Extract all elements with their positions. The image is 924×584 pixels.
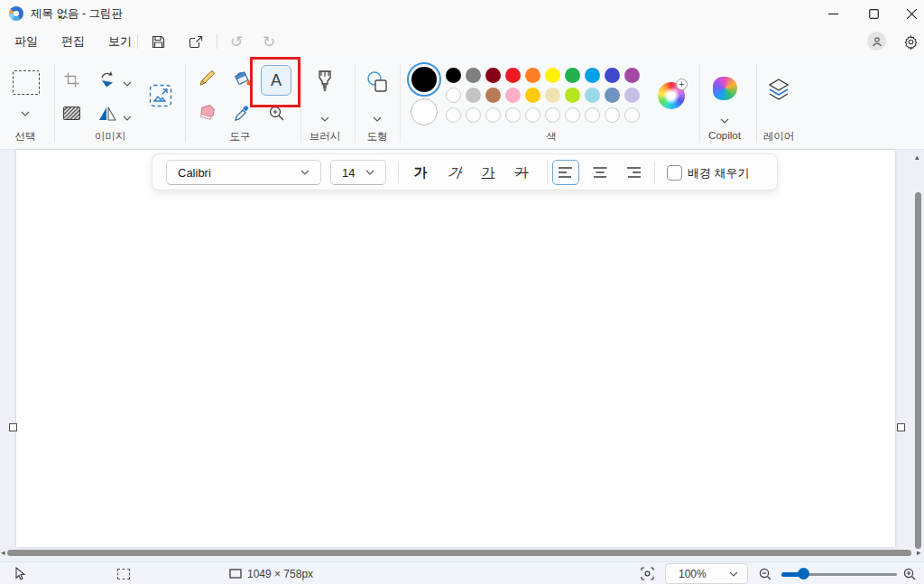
annotation-highlight-box [250,57,300,107]
menu-view[interactable]: 보기 [99,31,141,52]
color-swatch[interactable] [545,68,560,83]
horizontal-scrollbar[interactable]: ◂ ▸ [0,548,924,558]
color-swatch[interactable] [466,68,481,83]
align-right-button[interactable] [620,160,647,185]
background-fill-checkbox[interactable] [667,165,682,181]
empty-color-slot[interactable] [446,107,461,123]
empty-color-slot[interactable] [565,107,580,123]
chevron-down-icon[interactable] [320,111,329,125]
color-swatch[interactable] [505,68,521,83]
window-title: 제목 없음 - 그림판 [31,6,123,22]
chevron-down-icon[interactable] [720,113,729,126]
zoom-out-icon[interactable] [759,562,772,584]
foreground-color [411,67,437,92]
rotate-icon[interactable] [96,69,119,90]
italic-button[interactable]: 가 [439,160,470,185]
color-swatch[interactable] [466,88,481,103]
zoom-percent-value: 100% [679,568,707,580]
menu-edit[interactable]: 편집 [52,31,94,52]
empty-color-slot[interactable] [525,107,541,123]
account-icon[interactable] [867,32,886,51]
pencil-icon[interactable] [195,68,218,89]
select-tool-button[interactable] [12,69,41,96]
empty-color-slot[interactable] [505,107,521,123]
empty-color-slot[interactable] [485,107,501,123]
chevron-down-icon[interactable] [21,106,30,119]
undo-icon: ↺ [224,31,249,52]
resize-image-button[interactable] [146,81,175,110]
foreground-color-well[interactable] [407,62,441,97]
color-swatch[interactable] [446,68,461,83]
font-size-dropdown[interactable]: 14 [330,160,386,185]
scroll-left-arrow-icon[interactable]: ◂ [1,549,5,557]
color-swatch[interactable] [545,88,560,103]
underline-button[interactable]: 가 [475,160,502,185]
settings-gear-icon[interactable] [898,31,923,52]
shapes-icon[interactable] [364,69,391,96]
color-swatch[interactable] [505,88,521,103]
canvas-size-indicator: 1049 × 758px [229,562,313,584]
maximize-button[interactable] [854,0,894,27]
canvas-resize-handle-right[interactable] [897,423,905,431]
vertical-scroll-thumb[interactable] [915,192,921,549]
empty-color-slot[interactable] [466,107,481,123]
color-swatch[interactable] [585,88,600,103]
chevron-down-icon[interactable] [373,111,382,125]
canvas-resize-handle-left[interactable] [9,423,17,431]
fit-to-screen-icon[interactable] [641,562,654,584]
color-swatch[interactable] [605,68,620,83]
chevron-down-icon[interactable] [123,76,132,89]
toolbar-separator [654,162,655,183]
background-color-well[interactable] [411,98,438,125]
zoom-slider-thumb[interactable] [798,568,809,579]
flip-icon[interactable] [96,103,119,125]
chevron-down-icon[interactable] [123,110,132,124]
align-left-button[interactable] [552,160,579,185]
empty-color-slot[interactable] [545,107,560,123]
color-swatch[interactable] [565,88,580,103]
vertical-scrollbar[interactable]: ▴ [913,152,923,549]
empty-color-slot[interactable] [624,107,640,123]
scroll-right-arrow-icon[interactable]: ▸ [917,549,921,557]
save-icon[interactable] [145,31,171,52]
drawing-canvas[interactable] [16,150,895,547]
bold-button[interactable]: 가 [407,160,434,185]
edit-colors-wheel-icon[interactable]: + [658,82,685,109]
color-swatch[interactable] [565,68,580,83]
cursor-position-icon [14,562,26,584]
resize-skew-icon[interactable] [60,101,83,125]
color-swatch[interactable] [525,68,541,83]
eraser-icon[interactable] [195,102,218,124]
menu-file[interactable]: 파일 [5,31,47,52]
image-section-label: 이미지 [95,130,126,144]
color-swatch[interactable] [605,88,620,103]
scroll-up-arrow-icon[interactable]: ▴ [915,153,919,162]
color-swatch[interactable] [446,88,461,103]
share-icon[interactable] [183,31,208,52]
color-swatch[interactable] [585,68,600,83]
menubar-separator [217,34,217,49]
ribbon-separator [699,63,700,143]
font-family-dropdown[interactable]: Calibri [166,160,321,185]
color-swatch[interactable] [624,68,640,83]
color-swatch[interactable] [624,88,640,103]
color-swatch[interactable] [485,88,501,103]
layers-icon[interactable] [765,76,792,103]
color-swatch[interactable] [525,88,541,103]
empty-color-slot[interactable] [585,107,600,123]
brush-icon[interactable] [312,69,337,96]
close-button[interactable] [892,0,924,27]
color-swatch[interactable] [485,68,501,83]
ribbon-separator [185,63,186,143]
zoom-percent-dropdown[interactable]: 100% [665,563,748,584]
minimize-button[interactable] [813,0,854,27]
strikethrough-button[interactable]: 가 [508,160,535,185]
copilot-icon[interactable] [713,77,737,100]
workspace: ◂ ▸ ▴ [0,150,924,561]
align-center-button[interactable] [587,160,614,185]
paint-window: 제목 없음 - 그림판 파일 편집 보기 ↺ ↻ [0,0,924,584]
empty-color-slot[interactable] [605,107,620,123]
horizontal-scroll-thumb[interactable] [7,550,911,556]
background-fill-option[interactable]: 배경 채우기 [667,162,750,184]
zoom-in-icon[interactable] [903,562,916,584]
